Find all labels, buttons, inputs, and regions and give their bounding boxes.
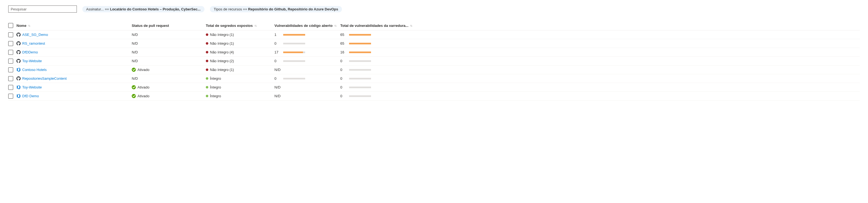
github-icon — [17, 50, 21, 54]
table-row: DfDDemo N/D Não íntegro (4) 17 16 — [8, 48, 860, 57]
row-checkbox[interactable] — [8, 59, 13, 64]
table-row: Toy-Website Ativado Íntegro N/D 0 — [8, 83, 860, 92]
value-text: N/D — [274, 68, 280, 72]
repo-link[interactable]: Contoso Hotels — [22, 68, 46, 72]
devops-icon — [17, 94, 21, 98]
row-checkbox[interactable] — [8, 50, 13, 55]
metric-cell: 65 — [340, 41, 371, 45]
repo-link[interactable]: Toy-Website — [22, 85, 42, 89]
metric-value: 17 — [274, 50, 280, 54]
col-header-pr-status[interactable]: Status de pull request — [132, 24, 206, 28]
row-checkbox[interactable] — [8, 67, 13, 72]
table-row: RepositoriesSampleContent N/D Íntegro 0 … — [8, 74, 860, 83]
secrets-status: Não íntegro (4) — [206, 50, 234, 54]
metric-value: 0 — [340, 68, 346, 72]
row-checkbox[interactable] — [8, 76, 13, 81]
metric-bar — [283, 34, 305, 36]
secrets-text: Íntegro — [210, 76, 221, 80]
table-row: ASE_SG_Demo N/D Não íntegro (1) 1 65 — [8, 30, 860, 39]
sort-icon: ↑↓ — [334, 24, 336, 27]
name-cell: DfD Demo — [17, 94, 132, 98]
metric-cell: 1 — [274, 33, 305, 37]
table-row: Contoso Hotels Ativado Não íntegro (1) N… — [8, 65, 860, 74]
search-input[interactable] — [8, 5, 77, 12]
repo-link[interactable]: RS_ramontest — [22, 41, 45, 45]
table-row: Toy-Website N/D Não íntegro (2) 0 0 — [8, 57, 860, 65]
value-text: N/D — [274, 85, 280, 89]
secrets-status: Não íntegro (1) — [206, 33, 234, 37]
repo-link[interactable]: RepositoriesSampleContent — [22, 76, 67, 80]
metric-cell: 0 — [340, 68, 371, 72]
pr-status-text: Ativado — [137, 85, 149, 89]
name-cell: RS_ramontest — [17, 41, 132, 45]
row-checkbox[interactable] — [8, 41, 13, 46]
col-label: Nome — [17, 24, 26, 28]
filter-pill-subscription[interactable]: Assinatur... == Locatário do Contoso Hot… — [82, 6, 205, 12]
metric-bar — [349, 34, 371, 36]
metric-bar — [349, 69, 371, 71]
secrets-status: Íntegro — [206, 85, 221, 89]
metric-cell: 0 — [274, 41, 305, 45]
col-header-scan-vuln[interactable]: Total de vulnerabilidades da varredura..… — [340, 24, 860, 28]
metric-cell: 0 — [340, 76, 371, 80]
status-dot-icon — [206, 51, 208, 54]
pr-status-text: N/D — [132, 59, 138, 63]
metric-bar — [283, 52, 305, 53]
repo-link[interactable]: ASE_SG_Demo — [22, 33, 48, 37]
metric-value: 0 — [340, 59, 346, 63]
repo-link[interactable]: Toy-Website — [22, 59, 42, 63]
metric-value: 0 — [274, 59, 280, 63]
metric-cell: 0 — [340, 59, 371, 63]
select-all-checkbox[interactable] — [8, 23, 13, 28]
row-checkbox[interactable] — [8, 94, 13, 99]
metric-cell: 0 — [340, 94, 371, 98]
row-checkbox[interactable] — [8, 85, 13, 90]
metric-bar — [349, 52, 371, 53]
metric-value: 0 — [340, 94, 346, 98]
filter-value: Locatário do Contoso Hotels – Produção, … — [110, 7, 200, 11]
check-circle-icon — [132, 68, 136, 72]
table-row: RS_ramontest N/D Não íntegro (1) 0 65 — [8, 39, 860, 48]
col-label: Total de segredos expostos — [206, 24, 253, 28]
repo-link[interactable]: DfDDemo — [22, 50, 38, 54]
metric-value: 16 — [340, 50, 346, 54]
metric-cell: 17 — [274, 50, 305, 54]
metric-cell: 0 — [274, 59, 305, 63]
metric-bar — [349, 87, 371, 88]
check-circle-icon — [132, 94, 136, 98]
metric-bar — [283, 78, 305, 79]
filter-bar: Assinatur... == Locatário do Contoso Hot… — [8, 5, 860, 12]
repo-link[interactable]: DfD Demo — [22, 94, 39, 98]
github-icon — [17, 76, 21, 80]
metric-value: 0 — [340, 76, 346, 80]
sort-icon: ↑↓ — [28, 24, 30, 27]
status-dot-icon — [206, 95, 208, 97]
pr-status-text: N/D — [132, 41, 138, 45]
check-circle-icon — [132, 85, 136, 89]
name-cell: ASE_SG_Demo — [17, 33, 132, 37]
filter-pill-resourcetype[interactable]: Tipos de recursos == Repositório do Gith… — [210, 6, 342, 12]
filter-prefix: Assinatur... == — [86, 7, 110, 11]
metric-bar — [349, 95, 371, 97]
status-dot-icon — [206, 33, 208, 36]
metric-value: 0 — [340, 85, 346, 89]
value-text: N/D — [274, 94, 280, 98]
devops-icon — [17, 85, 21, 89]
metric-value: 65 — [340, 41, 346, 45]
secrets-status: Íntegro — [206, 94, 221, 98]
col-header-secrets[interactable]: Total de segredos expostos ↑↓ — [206, 24, 274, 28]
secrets-text: Não íntegro (4) — [210, 50, 234, 54]
col-header-name[interactable]: Nome ↑↓ — [17, 24, 132, 28]
sort-icon: ↑↓ — [410, 24, 412, 27]
secrets-status: Não íntegro (1) — [206, 68, 234, 72]
name-cell: Contoso Hotels — [17, 68, 132, 72]
name-cell: Toy-Website — [17, 59, 132, 63]
status-dot-icon — [206, 60, 208, 62]
col-header-oss-vuln[interactable]: Vulnerabilidades de código aberto ↑↓ — [274, 24, 340, 28]
secrets-status: Não íntegro (1) — [206, 41, 234, 45]
name-cell: RepositoriesSampleContent — [17, 76, 132, 80]
pr-status: Ativado — [132, 85, 149, 89]
status-dot-icon — [206, 42, 208, 45]
row-checkbox[interactable] — [8, 32, 13, 37]
metric-cell: 65 — [340, 33, 371, 37]
